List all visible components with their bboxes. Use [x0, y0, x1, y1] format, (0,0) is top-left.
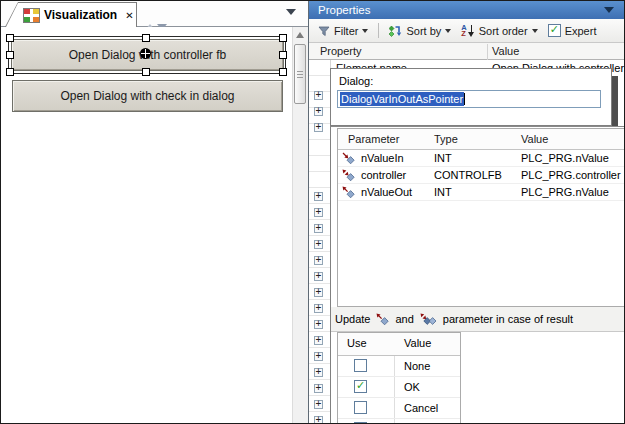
- expand-plus-button[interactable]: [314, 384, 323, 393]
- update-note: Update and parameter in case of result: [331, 307, 625, 332]
- result-table-header: Use Value: [338, 333, 460, 356]
- selection-handle[interactable]: [279, 34, 287, 42]
- expand-plus-button[interactable]: [314, 123, 323, 132]
- param-out-icon: [376, 313, 389, 326]
- param-table: Parameter Type Value nValueIn INT PLC_PR…: [337, 128, 625, 307]
- filter-button[interactable]: Filter: [315, 23, 371, 39]
- properties-title: Properties: [318, 4, 370, 16]
- grid-header: Property Value: [309, 43, 625, 60]
- selection-handle[interactable]: [142, 68, 150, 76]
- expand-plus-button[interactable]: [314, 400, 323, 409]
- selection-center-point-icon[interactable]: [140, 48, 151, 59]
- selection-handle[interactable]: [6, 34, 14, 42]
- properties-toolbar: Filter Sort by AZ Sort order Expert: [309, 19, 625, 43]
- tab-label: Visualization: [44, 8, 117, 22]
- selection-handle[interactable]: [6, 68, 14, 76]
- close-icon[interactable]: [125, 10, 133, 21]
- expand-plus-button[interactable]: [314, 304, 323, 313]
- tab-visualization[interactable]: Visualization: [5, 2, 137, 27]
- param-row[interactable]: controller CONTROLFB PLC_PRG.controller: [338, 167, 625, 184]
- toolbar-separator: [378, 23, 379, 38]
- expand-plus-button[interactable]: [314, 320, 323, 329]
- open-dialog-check-button[interactable]: Open Dialog with check in dialog: [12, 80, 283, 112]
- param-in-icon: [342, 152, 355, 165]
- sort-order-button[interactable]: AZ Sort order: [458, 23, 540, 39]
- selection-handle[interactable]: [279, 51, 287, 59]
- result-row[interactable]: Cancel: [338, 398, 460, 419]
- param-inout-pair-icon: [420, 313, 437, 326]
- result-checkbox[interactable]: [354, 401, 367, 414]
- column-divider[interactable]: [487, 44, 488, 60]
- application-window: Visualization Open Dialog with controlle…: [0, 0, 625, 424]
- result-row[interactable]: OK: [338, 377, 460, 398]
- chevron-down-icon[interactable]: [445, 29, 451, 33]
- expert-toggle[interactable]: Expert: [545, 22, 600, 39]
- expand-plus-button[interactable]: [314, 416, 323, 424]
- param-out-icon: [342, 186, 355, 199]
- expand-plus-button[interactable]: [314, 336, 323, 345]
- result-row[interactable]: Abort: [338, 419, 460, 424]
- properties-titlebar[interactable]: Properties: [309, 0, 625, 19]
- filter-icon: [318, 25, 330, 37]
- expand-plus-button[interactable]: [314, 352, 323, 361]
- expand-plus-button[interactable]: [314, 368, 323, 377]
- result-row[interactable]: None: [338, 356, 460, 377]
- scroll-up-icon[interactable]: [296, 32, 304, 38]
- param-row[interactable]: nValueOut INT PLC_PRG.nValue: [338, 184, 625, 201]
- thumb-grip-icon: [297, 71, 303, 72]
- param-table-header: Parameter Type Value: [338, 129, 625, 150]
- result-checkbox[interactable]: [354, 380, 367, 393]
- dialog-label: Dialog:: [339, 75, 373, 87]
- chevron-down-icon[interactable]: [532, 29, 538, 33]
- param-col-type[interactable]: Type: [434, 133, 458, 145]
- selection-handle[interactable]: [279, 68, 287, 76]
- result-col-use[interactable]: Use: [347, 337, 367, 349]
- column-header-value[interactable]: Value: [492, 45, 519, 57]
- expand-plus-button[interactable]: [314, 288, 323, 297]
- dialog-editor-popup: Dialog: DialogVarInOutAsPointer: [330, 68, 612, 126]
- visualization-icon: [23, 8, 40, 23]
- param-col-parameter[interactable]: Parameter: [348, 133, 399, 145]
- param-row[interactable]: nValueIn INT PLC_PRG.nValue: [338, 150, 625, 167]
- expand-plus-button[interactable]: [314, 272, 323, 281]
- sort-by-icon: [389, 25, 402, 37]
- dialog-name-input[interactable]: DialogVarInOutAsPointer: [337, 90, 601, 108]
- expand-plus-button[interactable]: [314, 192, 323, 201]
- param-col-value[interactable]: Value: [521, 133, 548, 145]
- chevron-down-icon[interactable]: [362, 29, 368, 33]
- param-inout-icon: [342, 169, 355, 182]
- sort-order-icon: AZ: [461, 25, 474, 37]
- expand-plus-button[interactable]: [314, 224, 323, 233]
- selected-text: DialogVarInOutAsPointer: [340, 92, 464, 106]
- expand-plus-button[interactable]: [314, 240, 323, 249]
- result-col-value[interactable]: Value: [404, 337, 431, 349]
- dialog-config-panel: Parameter Type Value nValueIn INT PLC_PR…: [330, 126, 625, 424]
- scrollbar-thumb[interactable]: [294, 44, 306, 104]
- result-table: Use Value None OK Cancel Abort: [337, 332, 461, 424]
- tabstrip-menu-icon[interactable]: [286, 9, 296, 15]
- sort-by-button[interactable]: Sort by: [386, 23, 454, 39]
- column-header-property[interactable]: Property: [320, 45, 362, 57]
- panel-menu-icon[interactable]: [604, 7, 614, 13]
- result-checkbox[interactable]: [354, 359, 367, 372]
- expand-plus-button[interactable]: [314, 256, 323, 265]
- expert-checkbox[interactable]: [548, 24, 561, 37]
- expand-plus-button[interactable]: [314, 107, 323, 116]
- selection-handle[interactable]: [142, 34, 150, 42]
- expand-plus-button[interactable]: [314, 91, 323, 100]
- expert-label: Expert: [565, 25, 597, 37]
- text-cursor: [464, 93, 465, 105]
- expand-plus-button[interactable]: [314, 208, 323, 217]
- selection-handle[interactable]: [6, 51, 14, 59]
